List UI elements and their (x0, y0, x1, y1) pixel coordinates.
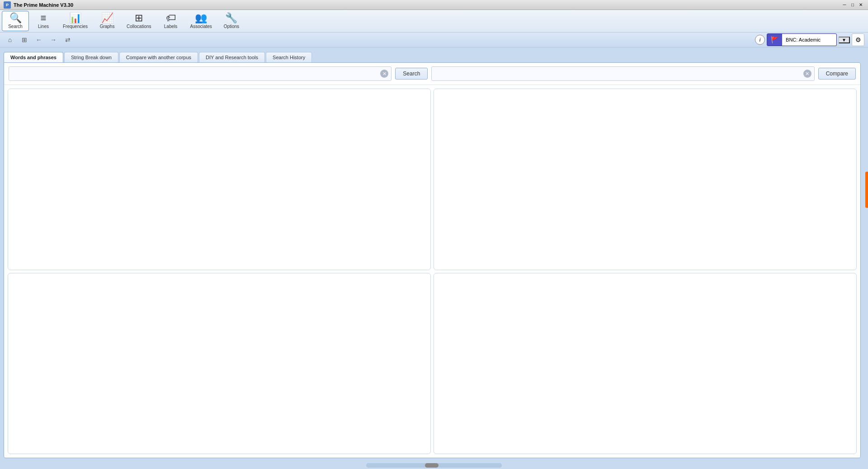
results-grid (4, 85, 860, 458)
collocations-label: Collocations (127, 24, 151, 29)
grid-panel-top-right (434, 89, 857, 270)
toolbar-frequencies-button[interactable]: 📊 Frequencies (58, 11, 93, 31)
home-button[interactable]: ⌂ (4, 33, 16, 46)
compare-button[interactable]: Compare (818, 68, 856, 80)
lines-icon: ≡ (41, 13, 47, 23)
grid-panel-bottom-right (434, 273, 857, 455)
tabs-bar: Words and phrases String Break down Comp… (4, 52, 861, 62)
corpus-selector: 🚩 BNC: Academic ▼ (767, 33, 850, 46)
labels-label: Labels (164, 24, 177, 29)
search-container: ✕ Search ✕ Compare (4, 62, 861, 458)
tab-diy[interactable]: DIY and Research tools (199, 52, 265, 62)
info-button[interactable]: i (755, 35, 765, 45)
swap-button[interactable]: ⇄ (61, 33, 74, 46)
settings-button[interactable]: ⚙ (852, 33, 864, 46)
options-label: Options (224, 24, 239, 29)
collocations-icon: ⊞ (135, 13, 143, 23)
search-icon: 🔍 (9, 13, 22, 23)
horizontal-scrollbar (0, 462, 868, 469)
toolbar-options-button[interactable]: 🔧 Options (218, 11, 245, 31)
forward-button[interactable]: → (47, 33, 60, 46)
corpus-name: BNC: Academic (782, 34, 836, 46)
scrollbar-thumb[interactable] (425, 463, 439, 468)
corpus-flag-icon: 🚩 (767, 34, 782, 46)
frequencies-icon: 📊 (69, 13, 81, 23)
orange-scroll-indicator[interactable] (865, 172, 868, 208)
toolbar-search-button[interactable]: 🔍 Search (2, 11, 29, 31)
toolbar-collocations-button[interactable]: ⊞ Collocations (122, 11, 156, 31)
window-controls: ─ □ ✕ (841, 1, 864, 9)
toolbar-graphs-button[interactable]: 📈 Graphs (94, 11, 121, 31)
search-button[interactable]: Search (395, 68, 428, 80)
tab-string-breakdown[interactable]: String Break down (64, 52, 118, 62)
search-clear-button[interactable]: ✕ (380, 70, 388, 78)
bookmark-button[interactable]: ⊞ (18, 33, 31, 46)
graphs-label: Graphs (100, 24, 115, 29)
minimize-button[interactable]: ─ (841, 1, 848, 9)
search-row: ✕ Search ✕ Compare (4, 63, 860, 85)
lines-label: Lines (38, 24, 49, 29)
nav-bar: ⌂ ⊞ ← → ⇄ i 🚩 BNC: Academic ▼ ⚙ (0, 33, 868, 47)
labels-icon: 🏷 (166, 13, 176, 23)
tab-compare[interactable]: Compare with another corpus (119, 52, 198, 62)
graphs-icon: 📈 (101, 13, 113, 23)
associates-label: Associates (190, 24, 212, 29)
right-accent (864, 47, 868, 462)
app-icon: P (4, 1, 11, 9)
main-toolbar: 🔍 Search ≡ Lines 📊 Frequencies 📈 Graphs … (0, 10, 868, 33)
grid-panel-top-left (8, 89, 431, 270)
back-button[interactable]: ← (33, 33, 45, 46)
title-bar: P The Prime Machine V3.30 ─ □ ✕ (0, 0, 868, 10)
corpus-dropdown-arrow[interactable]: ▼ (839, 37, 850, 43)
search-input-wrap: ✕ (9, 66, 392, 81)
grid-panel-bottom-left (8, 273, 431, 455)
scrollbar-track[interactable] (366, 463, 502, 468)
options-icon: 🔧 (225, 13, 237, 23)
close-button[interactable]: ✕ (857, 1, 864, 9)
compare-clear-button[interactable]: ✕ (803, 70, 811, 78)
window-title: The Prime Machine V3.30 (14, 2, 73, 8)
toolbar-associates-button[interactable]: 👥 Associates (185, 11, 217, 31)
toolbar-labels-button[interactable]: 🏷 Labels (157, 11, 184, 31)
corpus-dropdown[interactable]: 🚩 BNC: Academic (767, 33, 837, 46)
associates-icon: 👥 (195, 13, 207, 23)
toolbar-lines-button[interactable]: ≡ Lines (30, 11, 57, 31)
title-bar-left: P The Prime Machine V3.30 (4, 1, 73, 9)
compare-input-wrap: ✕ (431, 66, 814, 81)
search-label: Search (8, 24, 23, 29)
main-content: Words and phrases String Break down Comp… (0, 47, 868, 462)
frequencies-label: Frequencies (63, 24, 88, 29)
tab-search-history[interactable]: Search History (266, 52, 312, 62)
content-panel: Words and phrases String Break down Comp… (0, 47, 864, 462)
tab-words-and-phrases[interactable]: Words and phrases (4, 52, 63, 62)
search-input[interactable] (12, 70, 380, 77)
maximize-button[interactable]: □ (849, 1, 856, 9)
compare-input[interactable] (434, 70, 803, 77)
